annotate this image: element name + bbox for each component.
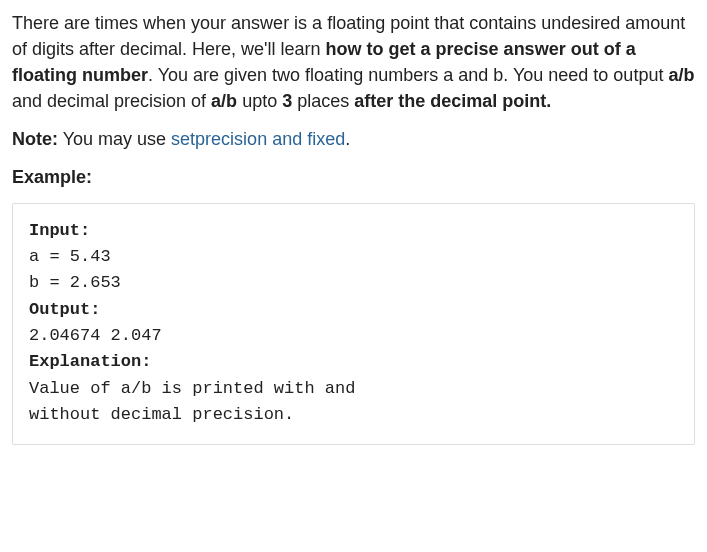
intro-text-5: places (292, 91, 354, 111)
intro-text-3: and decimal precision of (12, 91, 211, 111)
intro-bold-4: 3 (282, 91, 292, 111)
intro-bold-3: a/b (211, 91, 237, 111)
note-after: . (345, 129, 350, 149)
example-code-block: Input: a = 5.43 b = 2.653 Output: 2.0467… (12, 203, 695, 446)
input-line-a: a = 5.43 (29, 244, 678, 270)
input-line-b: b = 2.653 (29, 270, 678, 296)
explanation-line-1: Value of a/b is printed with and (29, 376, 678, 402)
intro-bold-5: after the decimal point. (354, 91, 551, 111)
explanation-header: Explanation: (29, 349, 678, 375)
note-line: Note: You may use setprecision and fixed… (12, 126, 695, 152)
note-text: You may use (58, 129, 171, 149)
problem-intro: There are times when your answer is a fl… (12, 10, 695, 114)
output-header: Output: (29, 297, 678, 323)
explanation-line-2: without decimal precision. (29, 402, 678, 428)
input-header: Input: (29, 218, 678, 244)
intro-text-2: . You are given two floating numbers a a… (148, 65, 668, 85)
note-label: Note: (12, 129, 58, 149)
intro-bold-2: a/b (668, 65, 694, 85)
intro-text-4: upto (237, 91, 282, 111)
setprecision-link[interactable]: setprecision and fixed (171, 129, 345, 149)
output-line: 2.04674 2.047 (29, 323, 678, 349)
example-label-text: Example: (12, 167, 92, 187)
example-label: Example: (12, 164, 695, 190)
